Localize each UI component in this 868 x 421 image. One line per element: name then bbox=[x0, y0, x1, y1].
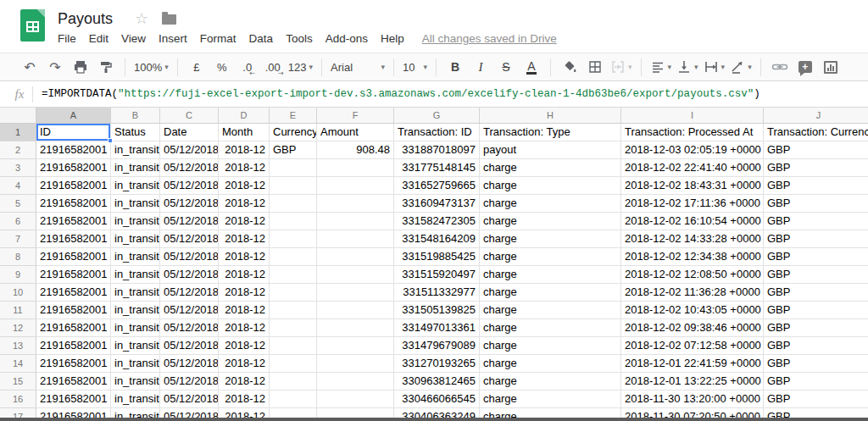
cell-J14[interactable]: GBP bbox=[764, 355, 868, 373]
cell-A16[interactable]: 21916582001 bbox=[36, 391, 111, 408]
sheets-logo-icon[interactable] bbox=[20, 9, 45, 42]
cell-C14[interactable]: 05/12/2018 bbox=[160, 355, 219, 373]
cell-D11[interactable]: 2018-12 bbox=[219, 302, 270, 319]
menu-format[interactable]: Format bbox=[200, 32, 236, 45]
cell-H5[interactable]: charge bbox=[480, 195, 621, 213]
cell-F5[interactable] bbox=[317, 195, 394, 213]
cell-H14[interactable]: charge bbox=[480, 355, 621, 373]
column-header-E[interactable]: E bbox=[270, 108, 317, 124]
cell-F2[interactable]: 908.48 bbox=[317, 141, 394, 159]
cell-I12[interactable]: 2018-12-02 09:38:46 +0000 bbox=[621, 319, 764, 337]
cell-H15[interactable]: charge bbox=[480, 373, 621, 391]
cell-A13[interactable]: 21916582001 bbox=[36, 337, 111, 355]
document-title[interactable]: Payouts bbox=[58, 10, 113, 28]
row-header-8[interactable]: 8 bbox=[0, 248, 36, 266]
cell-J16[interactable]: GBP bbox=[764, 391, 868, 408]
row-header-14[interactable]: 14 bbox=[0, 355, 36, 373]
cell-B4[interactable]: in_transit bbox=[111, 177, 160, 195]
cell-J5[interactable]: GBP bbox=[764, 195, 868, 213]
format-percent-button[interactable]: % bbox=[212, 57, 232, 77]
menu-tools[interactable]: Tools bbox=[286, 32, 313, 45]
row-header-6[interactable]: 6 bbox=[0, 213, 36, 230]
cell-A2[interactable]: 21916582001 bbox=[36, 141, 111, 159]
font-family-select[interactable]: Arial▾ bbox=[331, 57, 385, 77]
fill-handle[interactable] bbox=[108, 138, 113, 143]
row-header-12[interactable]: 12 bbox=[0, 319, 36, 337]
cell-J10[interactable]: GBP bbox=[764, 284, 868, 302]
cell-A3[interactable]: 21916582001 bbox=[36, 159, 111, 177]
cell-H11[interactable]: charge bbox=[480, 302, 621, 319]
cell-A14[interactable]: 21916582001 bbox=[36, 355, 111, 373]
cell-F8[interactable] bbox=[317, 248, 394, 266]
cell-F4[interactable] bbox=[317, 177, 394, 195]
text-color-button[interactable]: A bbox=[521, 57, 542, 77]
cell-F6[interactable] bbox=[317, 213, 394, 230]
cell-F1[interactable]: Amount bbox=[317, 124, 394, 141]
cell-H1[interactable]: Transaction: Type bbox=[480, 124, 621, 141]
cell-G13[interactable]: 331479679089 bbox=[394, 337, 480, 355]
cell-F10[interactable] bbox=[317, 284, 394, 302]
cell-D16[interactable]: 2018-12 bbox=[219, 391, 270, 408]
zoom-select[interactable]: 100%▾ bbox=[134, 57, 169, 77]
row-header-3[interactable]: 3 bbox=[0, 159, 36, 177]
cell-G2[interactable]: 331887018097 bbox=[394, 141, 480, 159]
cell-G3[interactable]: 331775148145 bbox=[394, 159, 480, 177]
cell-B6[interactable]: in_transit bbox=[111, 213, 160, 230]
insert-link-button[interactable] bbox=[770, 57, 790, 77]
cell-J15[interactable]: GBP bbox=[764, 373, 868, 391]
bold-button[interactable]: B bbox=[445, 57, 465, 77]
cell-A6[interactable]: 21916582001 bbox=[36, 213, 111, 230]
cell-E6[interactable] bbox=[270, 213, 317, 230]
cell-E9[interactable] bbox=[270, 266, 317, 284]
star-icon[interactable]: ☆ bbox=[135, 11, 148, 26]
menu-view[interactable]: View bbox=[121, 32, 146, 45]
cell-I11[interactable]: 2018-12-02 10:43:05 +0000 bbox=[621, 302, 764, 319]
cell-D6[interactable]: 2018-12 bbox=[219, 213, 270, 230]
row-header-2[interactable]: 2 bbox=[0, 141, 36, 159]
cell-H3[interactable]: charge bbox=[480, 159, 621, 177]
cell-C5[interactable]: 05/12/2018 bbox=[160, 195, 219, 213]
cell-C6[interactable]: 05/12/2018 bbox=[160, 213, 219, 230]
cell-E7[interactable] bbox=[270, 230, 317, 248]
cell-J8[interactable]: GBP bbox=[764, 248, 868, 266]
cell-D8[interactable]: 2018-12 bbox=[219, 248, 270, 266]
column-header-H[interactable]: H bbox=[480, 108, 621, 124]
cell-B13[interactable]: in_transit bbox=[111, 337, 160, 355]
cell-G10[interactable]: 331511332977 bbox=[394, 284, 480, 302]
cell-D10[interactable]: 2018-12 bbox=[219, 284, 270, 302]
cell-H6[interactable]: charge bbox=[480, 213, 621, 230]
column-header-B[interactable]: B bbox=[111, 108, 160, 124]
cell-D7[interactable]: 2018-12 bbox=[219, 230, 270, 248]
cell-I6[interactable]: 2018-12-02 16:10:54 +0000 bbox=[621, 213, 764, 230]
cell-H16[interactable]: charge bbox=[480, 391, 621, 408]
menu-help[interactable]: Help bbox=[381, 32, 404, 45]
cell-G4[interactable]: 331652759665 bbox=[394, 177, 480, 195]
select-all-corner[interactable] bbox=[0, 108, 36, 124]
cell-J11[interactable]: GBP bbox=[764, 302, 868, 319]
cell-I10[interactable]: 2018-12-02 11:36:28 +0000 bbox=[621, 284, 764, 302]
cell-A11[interactable]: 21916582001 bbox=[36, 302, 111, 319]
cell-J13[interactable]: GBP bbox=[764, 337, 868, 355]
cell-D4[interactable]: 2018-12 bbox=[219, 177, 270, 195]
cell-B8[interactable]: in_transit bbox=[111, 248, 160, 266]
column-header-C[interactable]: C bbox=[160, 108, 219, 124]
cell-C7[interactable]: 05/12/2018 bbox=[160, 230, 219, 248]
row-header-10[interactable]: 10 bbox=[0, 284, 36, 302]
cell-A1[interactable]: ID bbox=[36, 124, 111, 141]
paint-format-button[interactable] bbox=[96, 57, 116, 77]
cell-A8[interactable]: 21916582001 bbox=[36, 248, 111, 266]
menu-file[interactable]: File bbox=[58, 32, 76, 45]
folder-icon[interactable] bbox=[162, 14, 176, 25]
cell-J3[interactable]: GBP bbox=[764, 159, 868, 177]
column-header-J[interactable]: J bbox=[764, 108, 868, 124]
cell-J7[interactable]: GBP bbox=[764, 230, 868, 248]
cell-B1[interactable]: Status bbox=[111, 124, 160, 141]
cell-B5[interactable]: in_transit bbox=[111, 195, 160, 213]
row-header-1[interactable]: 1 bbox=[0, 124, 36, 141]
more-formats-button[interactable]: 123▾ bbox=[288, 57, 313, 77]
cell-F7[interactable] bbox=[317, 230, 394, 248]
insert-chart-button[interactable] bbox=[821, 57, 841, 77]
cell-E4[interactable] bbox=[270, 177, 317, 195]
row-header-15[interactable]: 15 bbox=[0, 373, 36, 391]
cell-J12[interactable]: GBP bbox=[764, 319, 868, 337]
